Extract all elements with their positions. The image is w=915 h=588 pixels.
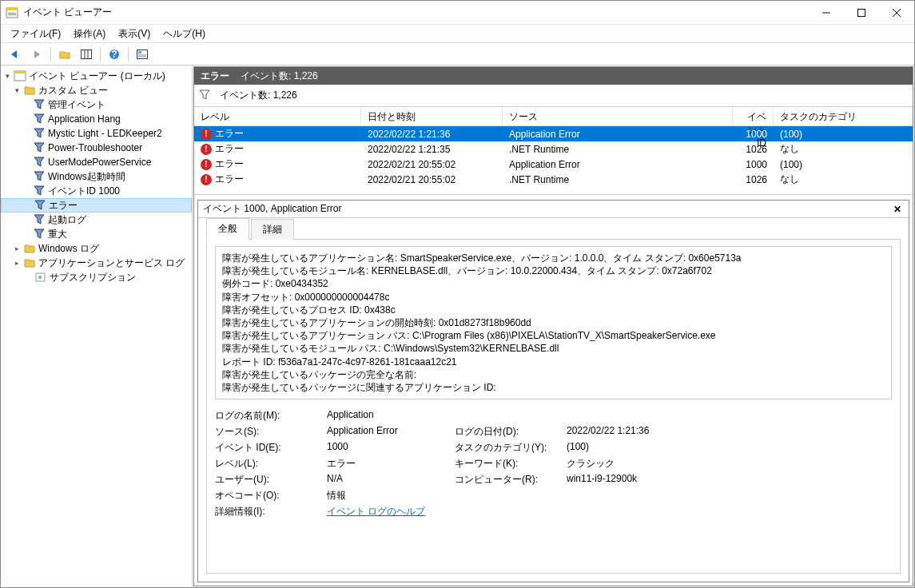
twisty-icon[interactable]	[12, 258, 22, 268]
svg-rect-2	[8, 13, 16, 14]
prop-user-val: N/A	[327, 473, 455, 487]
toolbar-folder-icon[interactable]	[55, 46, 74, 63]
prop-user-key: ユーザー(U):	[215, 473, 327, 487]
funnel-icon[interactable]	[199, 89, 212, 102]
toolbar-help-icon[interactable]: ?	[105, 46, 124, 63]
column-headers[interactable]: レベル 日付と時刻 ソース イベント ID タスクのカテゴリ	[194, 107, 913, 126]
prop-logdate-val: 2022/02/22 1:21:36	[567, 425, 694, 439]
close-button[interactable]	[879, 1, 914, 25]
prop-keyword-key: キーワード(K):	[455, 457, 567, 471]
tree-item[interactable]: 重大	[1, 227, 192, 241]
tree-label: サブスクリプション	[50, 271, 136, 284]
toolbar-panes-icon[interactable]	[77, 46, 96, 63]
prop-source-val: Application Error	[327, 425, 455, 439]
tree-pane[interactable]: イベント ビューアー (ローカル) カスタム ビュー 管理イベントApplica…	[1, 66, 193, 587]
filter-icon	[33, 213, 46, 226]
menu-view[interactable]: 表示(V)	[112, 26, 157, 42]
tree-item[interactable]: Mystic Light - LEDKeeper2	[1, 126, 192, 141]
folder-icon	[23, 84, 36, 97]
tree-label: Windows ログ	[38, 242, 99, 256]
tree-item[interactable]: Windows起動時間	[1, 169, 192, 184]
menu-file[interactable]: ファイル(F)	[4, 26, 67, 42]
table-row[interactable]: !エラー2022/02/21 20:55:02Application Error…	[194, 157, 913, 172]
twisty-icon[interactable]	[2, 71, 12, 81]
tree-item[interactable]: Power-Troubleshooter	[1, 141, 192, 155]
prop-opcode-val: 情報	[327, 489, 455, 503]
prop-level-val: エラー	[327, 457, 455, 471]
detail-description: 障害が発生しているアプリケーション名: SmartSpeakerService.…	[215, 246, 892, 399]
twisty-icon[interactable]	[12, 85, 22, 95]
filter-icon	[33, 228, 46, 240]
tree-label: Mystic Light - LEDKeeper2	[48, 128, 162, 139]
view-count: イベント数: 1,226	[241, 70, 318, 83]
tab-details[interactable]: 詳細	[251, 219, 294, 240]
twisty-icon[interactable]	[12, 244, 22, 253]
titlebar: イベント ビューアー	[1, 1, 914, 25]
tree-label: UserModePowerService	[48, 157, 151, 168]
tree-label: アプリケーションとサービス ログ	[38, 256, 185, 270]
col-id[interactable]: イベント ID	[733, 107, 774, 125]
error-icon: !	[201, 129, 212, 140]
table-row[interactable]: !エラー2022/02/22 1:21:36Application Error1…	[194, 126, 913, 141]
svg-rect-3	[8, 14, 16, 15]
forward-button[interactable]	[27, 46, 46, 63]
detail-close-icon[interactable]: ✕	[891, 203, 904, 216]
main-area: イベント ビューアー (ローカル) カスタム ビュー 管理イベントApplica…	[1, 66, 914, 587]
detail-tabs: 全般 詳細	[198, 218, 909, 239]
event-list[interactable]: レベル 日付と時刻 ソース イベント ID タスクのカテゴリ !エラー2022/…	[194, 107, 913, 195]
event-log-help-link[interactable]: イベント ログのヘルプ	[327, 506, 425, 517]
tree-label: イベント ビューアー (ローカル)	[29, 70, 165, 83]
tree-item[interactable]: エラー	[1, 198, 192, 213]
tree-windows-logs[interactable]: Windows ログ	[1, 241, 192, 256]
prop-taskcat-key: タスクのカテゴリ(Y):	[455, 441, 567, 455]
tab-general[interactable]: 全般	[206, 218, 249, 240]
app-icon	[6, 6, 18, 19]
prop-eventid-key: イベント ID(E):	[215, 441, 327, 455]
tree-label: 管理イベント	[48, 98, 105, 112]
menu-help[interactable]: ヘルプ(H)	[157, 26, 212, 42]
back-button[interactable]	[6, 46, 25, 63]
twisty-icon	[23, 272, 33, 282]
folder-icon	[23, 256, 36, 269]
col-category[interactable]: タスクのカテゴリ	[774, 107, 913, 125]
maximize-button[interactable]	[844, 1, 879, 25]
tree-item[interactable]: イベントID 1000	[1, 184, 192, 198]
svg-rect-8	[82, 50, 92, 58]
prop-logdate-key: ログの日付(D):	[455, 425, 567, 439]
tree-item[interactable]: 管理イベント	[1, 97, 192, 112]
prop-computer-key: コンピューター(R):	[455, 473, 567, 487]
tree-item[interactable]: 起動ログ	[1, 213, 192, 227]
prop-logname-val: Application	[327, 409, 455, 423]
table-row[interactable]: !エラー2022/02/22 1:21:35.NET Runtime1026なし	[194, 141, 913, 157]
filter-icon	[33, 113, 46, 125]
tree-item[interactable]: Application Hang	[1, 112, 192, 126]
filter-icon	[33, 141, 46, 154]
table-row[interactable]: !エラー2022/02/21 20:55:02.NET Runtime1026な…	[194, 172, 913, 187]
svg-rect-18	[14, 71, 26, 74]
prop-eventid-val: 1000	[327, 441, 455, 455]
tree-subscriptions[interactable]: サブスクリプション	[1, 270, 192, 284]
tree-label: カスタム ビュー	[38, 84, 108, 97]
filter-icon	[33, 156, 46, 169]
tree-custom-views[interactable]: カスタム ビュー	[1, 83, 192, 97]
tree-item[interactable]: UserModePowerService	[1, 155, 192, 169]
tree-root[interactable]: イベント ビューアー (ローカル)	[1, 69, 192, 83]
col-date[interactable]: 日付と時刻	[361, 107, 503, 125]
col-level[interactable]: レベル	[194, 107, 361, 125]
eventviewer-icon	[14, 70, 26, 82]
tree-app-services-logs[interactable]: アプリケーションとサービス ログ	[1, 256, 192, 270]
toolbar: ?	[1, 42, 914, 66]
detail-pane: イベント 1000, Application Error ✕ 全般 詳細 障害が…	[197, 200, 909, 582]
menu-action[interactable]: 操作(A)	[67, 26, 112, 42]
window-title: イベント ビューアー	[23, 6, 809, 19]
svg-rect-1	[6, 8, 18, 10]
minimize-button[interactable]	[809, 1, 844, 25]
filter-icon	[34, 199, 46, 212]
col-source[interactable]: ソース	[503, 107, 733, 125]
filter-bar: イベント数: 1,226	[194, 85, 913, 107]
right-pane: エラー イベント数: 1,226 イベント数: 1,226 レベル 日付と時刻 …	[193, 66, 913, 586]
tree-label: Windows起動時間	[48, 170, 125, 184]
menubar: ファイル(F) 操作(A) 表示(V) ヘルプ(H)	[1, 25, 914, 42]
error-icon: !	[201, 174, 212, 185]
toolbar-view-icon[interactable]	[133, 46, 152, 63]
